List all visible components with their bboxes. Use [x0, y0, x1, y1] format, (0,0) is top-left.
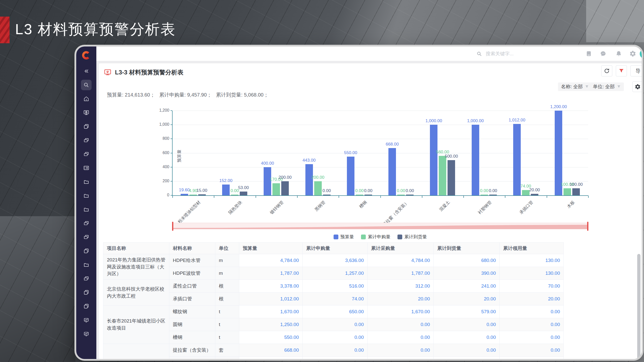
windows-icon	[81, 273, 92, 284]
monitor-icon	[81, 107, 92, 118]
gridline	[172, 167, 588, 167]
sidebar-item-module-3[interactable]	[76, 147, 96, 161]
background-glass-facet	[0, 216, 75, 362]
x-axis-tick	[505, 196, 505, 198]
cell-material-name: 提拉窗（含安装）	[169, 344, 215, 357]
cell-project-name	[103, 344, 169, 359]
cell-material-name: 承插口管	[169, 293, 215, 305]
cell-value	[368, 357, 434, 359]
sidebar-item-invoice[interactable]	[76, 161, 96, 175]
x-axis-tick	[588, 196, 589, 198]
sidebar-item-module-7[interactable]	[76, 272, 96, 285]
cell-material-name: HDPE给水管	[169, 254, 215, 267]
cell-value: 0.00	[434, 344, 500, 357]
sidebar-item-dashboard[interactable]	[76, 106, 96, 119]
chevrons-icon	[81, 66, 92, 76]
bar-累计到货量-提拉窗（含安装）	[406, 195, 414, 195]
copy-icon	[81, 301, 92, 311]
cell-value: 130.00	[500, 267, 564, 280]
table-row[interactable]: 圆钢t1,250.000.000.000.000.00	[103, 318, 564, 331]
sidebar-item-module-5[interactable]	[76, 230, 96, 244]
manual-icon[interactable]	[585, 50, 592, 57]
x-axis-category-label: 木板	[566, 199, 576, 209]
windows-icon	[81, 218, 92, 229]
x-axis-category-label: 粉末喷涂铝型材	[177, 199, 202, 224]
table-row[interactable]: 提拉窗（含安装）套668.000.000.000.000.00	[103, 344, 564, 357]
table-row[interactable]: 长春市2021年城镇老旧小区改造项目螺纹钢t1,670.00650.001,67…	[103, 305, 564, 318]
x-axis-category-label: 混凝土	[438, 199, 451, 212]
bar-累计到货量-槽钢	[365, 195, 372, 195]
vertical-scrollbar-thumb[interactable]	[637, 254, 640, 359]
cell-value: 516.00	[303, 280, 368, 293]
bar-value-label: 0.00	[352, 188, 385, 193]
search-input[interactable]	[485, 51, 569, 57]
sidebar-item-module-2[interactable]	[76, 133, 96, 147]
sidebar-item-report-2[interactable]	[76, 327, 96, 341]
cell-unit	[215, 357, 239, 359]
table-header-材料名称: 材料名称	[169, 243, 215, 254]
legend-item-累计申购量[interactable]: 累计申购量	[361, 234, 390, 240]
logo-c-icon	[81, 50, 92, 61]
legend-swatch	[361, 235, 366, 239]
table-row[interactable]: HDPE波纹管m1,787.001,257.001,787.00390.0013…	[103, 267, 564, 280]
cell-value: 0.00	[500, 331, 564, 344]
cell-unit: t	[215, 318, 239, 331]
cell-value: 1,250.00	[239, 318, 303, 331]
cell-material-name: 螺纹钢	[169, 305, 215, 318]
sidebar-item-search[interactable]	[76, 78, 96, 92]
sidebar-item-folder-1[interactable]	[76, 175, 96, 189]
copy-icon	[81, 287, 92, 298]
sidebar-item-collapse[interactable]	[76, 64, 96, 78]
cell-value: 241.00	[434, 280, 500, 293]
table-header-累计申购量: 累计申购量	[303, 243, 368, 254]
bar-value-label: 100.00	[560, 182, 592, 187]
y-axis-tick-label: 200	[149, 179, 169, 183]
cell-value: 0.00	[368, 344, 434, 357]
chart-legend: 预算量累计申购量累计到货量	[172, 234, 588, 240]
bar-累计到货量-混凝土	[448, 160, 455, 195]
cell-value: 1,787.00	[239, 267, 303, 280]
table-row[interactable]: 槽钢t550.000.000.000.000.00	[103, 331, 564, 344]
cell-value: 3,636.00	[303, 254, 368, 267]
x-axis-tick	[256, 196, 256, 198]
settings-icon[interactable]	[629, 50, 636, 57]
windows-icon	[81, 135, 92, 146]
notifications-icon[interactable]	[615, 50, 622, 57]
datazoom-slider[interactable]	[172, 223, 588, 229]
report-card: L3-3 材料预算预警分析表 导 出 名称: 全部	[99, 63, 642, 359]
messages-icon[interactable]	[600, 50, 607, 57]
app-logo[interactable]	[76, 47, 96, 64]
bar-累计申购量-槽钢	[356, 195, 363, 195]
table-row[interactable]: 北京信息科技大学老校区校内大市政工程柔性企口管根3,378.00516.0031…	[103, 280, 564, 293]
sidebar-item-home[interactable]	[76, 92, 96, 106]
legend-item-预算量[interactable]: 预算量	[334, 234, 354, 240]
datazoom-handle-right[interactable]	[587, 222, 588, 231]
search-icon	[81, 80, 92, 90]
sidebar-item-folder-4[interactable]	[76, 258, 96, 272]
sidebar-item-folder-3[interactable]	[76, 202, 96, 216]
sidebar-item-report-1[interactable]	[76, 313, 96, 327]
folder-icon	[81, 176, 92, 187]
sidebar-item-module-8[interactable]	[76, 285, 96, 299]
bar-value-label: 200.00	[269, 175, 301, 180]
datazoom-handle-left[interactable]	[172, 222, 173, 231]
bar-累计到货量-衬塑钢管	[489, 195, 497, 195]
user-avatar[interactable]	[640, 49, 643, 59]
bar-value-label: 1,012.00	[501, 118, 533, 123]
table-row[interactable]	[103, 357, 564, 359]
sidebar-item-module-9[interactable]	[76, 299, 96, 313]
sidebar-item-folder-2[interactable]	[76, 189, 96, 202]
gridline	[172, 139, 588, 139]
sidebar-item-module-6[interactable]	[76, 244, 96, 258]
cell-value: 312.00	[368, 280, 434, 293]
invoice-icon	[81, 163, 92, 173]
legend-item-累计到货量[interactable]: 累计到货量	[397, 234, 427, 240]
table-row[interactable]: 2021年热力集团老旧供热管网及设施改造项目三标（大兴区）HDPE给水管m4,7…	[103, 254, 564, 267]
cell-value: 0.00	[303, 344, 368, 357]
sidebar-item-module-1[interactable]	[76, 119, 96, 133]
copy-icon	[81, 121, 92, 132]
sidebar-item-module-4[interactable]	[76, 216, 96, 230]
table-row[interactable]: 承插口管根1,012.0074.0020.0020.0020.00	[103, 293, 564, 305]
legend-label: 预算量	[340, 234, 354, 240]
app-window: L3-3 材料预算预警分析表 导 出 名称: 全部	[74, 45, 643, 361]
